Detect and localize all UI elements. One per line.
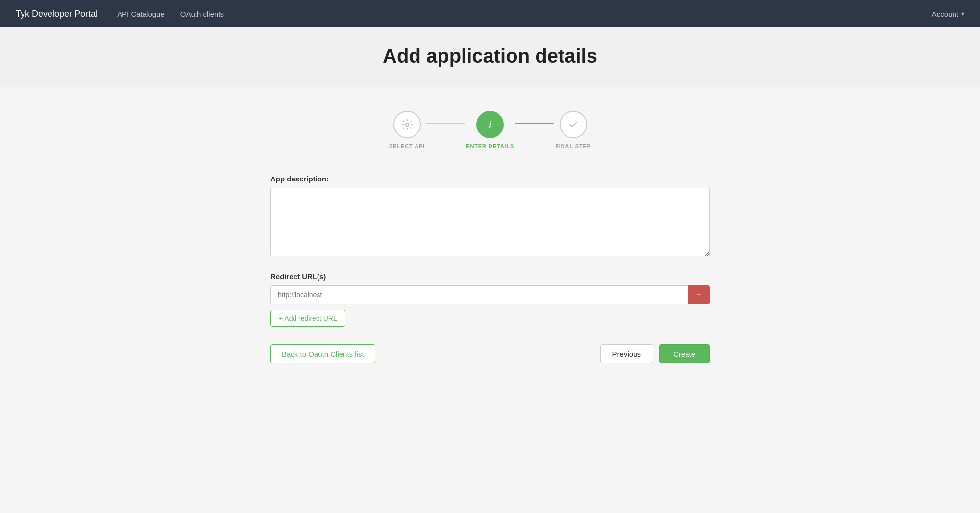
redirect-urls-group: Redirect URL(s) − + Add redirect URL xyxy=(270,272,710,327)
gear-icon xyxy=(401,119,413,130)
step-connector-2 xyxy=(515,123,554,124)
redirect-url-row: − xyxy=(270,285,710,304)
step-label-final-step: FINAL STEP xyxy=(555,143,591,149)
api-catalogue-link[interactable]: API Catalogue xyxy=(117,10,165,18)
main-content: SELECT API i ENTER DETAILS FINAL STEP xyxy=(255,87,725,387)
footer-right-buttons: Previous Create xyxy=(600,344,710,363)
step-enter-details: i ENTER DETAILS xyxy=(466,111,514,149)
previous-button[interactable]: Previous xyxy=(600,344,653,363)
checkmark-icon xyxy=(568,120,578,129)
add-redirect-label: + Add redirect URL xyxy=(279,314,337,322)
account-menu[interactable]: Account xyxy=(932,10,964,18)
page-title: Add application details xyxy=(0,45,980,67)
form-footer: Back to Oauth Clients list Previous Crea… xyxy=(270,344,710,363)
stepper: SELECT API i ENTER DETAILS FINAL STEP xyxy=(270,111,710,149)
redirect-url-input[interactable] xyxy=(270,285,688,304)
add-redirect-button[interactable]: + Add redirect URL xyxy=(270,310,345,327)
step-connector-1 xyxy=(426,123,465,124)
application-form: App description: Redirect URL(s) − + Add… xyxy=(270,175,710,363)
remove-url-button[interactable]: − xyxy=(688,285,710,304)
navbar-brand: Tyk Developer Portal xyxy=(16,9,98,19)
description-group: App description: xyxy=(270,175,710,258)
redirect-urls-label: Redirect URL(s) xyxy=(270,272,710,281)
oauth-clients-link[interactable]: OAuth clients xyxy=(180,10,224,18)
svg-point-0 xyxy=(406,123,409,126)
minus-icon: − xyxy=(696,290,702,300)
navbar-links: API Catalogue OAuth clients xyxy=(117,10,932,18)
step-circle-final-step xyxy=(560,111,587,138)
step-label-enter-details: ENTER DETAILS xyxy=(466,143,514,149)
step-circle-select-api xyxy=(393,111,421,138)
step-label-select-api: SELECT API xyxy=(389,143,425,149)
back-to-clients-button[interactable]: Back to Oauth Clients list xyxy=(270,344,375,363)
description-label: App description: xyxy=(270,175,710,183)
description-textarea[interactable] xyxy=(270,188,710,256)
step-select-api: SELECT API xyxy=(389,111,425,149)
navbar: Tyk Developer Portal API Catalogue OAuth… xyxy=(0,0,980,27)
create-button[interactable]: Create xyxy=(659,344,710,363)
page-header: Add application details xyxy=(0,27,980,87)
step-final-step: FINAL STEP xyxy=(555,111,591,149)
step-circle-enter-details: i xyxy=(476,111,504,138)
